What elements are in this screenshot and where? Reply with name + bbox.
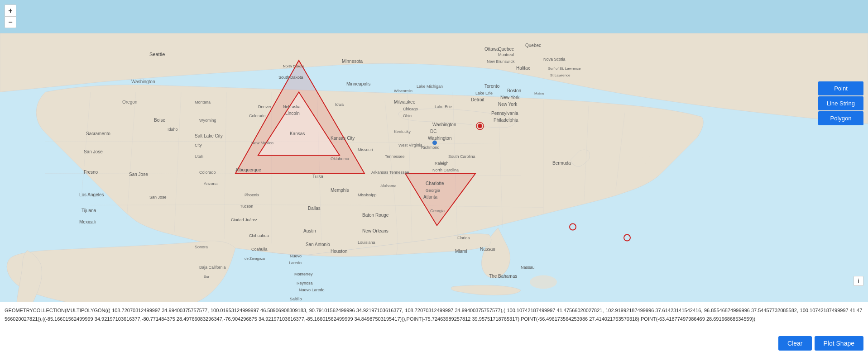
zoom-out-button[interactable]: − (5, 16, 16, 28)
plot-shape-button[interactable]: Plot Shape (815, 336, 864, 351)
svg-text:Tulsa: Tulsa (312, 174, 324, 179)
svg-text:Minnesota: Minnesota (342, 59, 363, 64)
svg-text:Tennessee: Tennessee (389, 170, 409, 175)
svg-text:Wyoming: Wyoming (199, 118, 216, 123)
svg-text:Maine: Maine (534, 91, 544, 95)
bottom-buttons: Clear Plot Shape (778, 336, 863, 351)
svg-text:San Antonio: San Antonio (306, 242, 330, 247)
svg-text:Missouri: Missouri (358, 147, 373, 152)
svg-text:Kansas: Kansas (290, 131, 305, 136)
svg-text:Toronto: Toronto (484, 84, 500, 89)
svg-text:Milwaukee: Milwaukee (394, 100, 416, 104)
svg-text:Colorado: Colorado (199, 170, 216, 175)
svg-text:DC: DC (430, 129, 436, 134)
svg-text:Houston: Houston (331, 249, 347, 254)
svg-text:Fresno: Fresno (84, 170, 98, 175)
svg-text:Louisiana: Louisiana (358, 240, 375, 245)
svg-text:New York: New York (500, 95, 520, 100)
red-point-1 (478, 124, 482, 128)
svg-text:Richmond: Richmond (421, 145, 440, 150)
svg-text:Lincoln: Lincoln (285, 111, 300, 116)
svg-text:Pennsylvania: Pennsylvania (491, 111, 518, 116)
svg-text:Oklahoma: Oklahoma (331, 157, 349, 161)
svg-text:Bermuda: Bermuda (552, 161, 571, 166)
svg-text:Ciudad Juárez: Ciudad Juárez (231, 218, 258, 222)
svg-text:Kentucky: Kentucky (394, 129, 411, 134)
svg-text:New Orleans: New Orleans (362, 228, 388, 233)
right-panel: Point Line String Polygon (818, 81, 863, 125)
svg-text:Oregon: Oregon (122, 100, 137, 104)
svg-text:Chihuahua: Chihuahua (249, 233, 269, 238)
svg-text:Florida: Florida (457, 236, 470, 240)
svg-text:Monterrey: Monterrey (294, 272, 313, 276)
svg-text:Arizona: Arizona (204, 181, 218, 186)
zoom-in-button[interactable]: + (5, 5, 16, 16)
svg-text:Coahuila: Coahuila (251, 247, 268, 252)
svg-text:St Lawrence: St Lawrence (550, 73, 571, 77)
svg-text:Austin: Austin (303, 228, 316, 233)
svg-text:South Carolina: South Carolina (448, 154, 475, 159)
clear-button[interactable]: Clear (778, 336, 811, 351)
svg-text:Arkansas: Arkansas (371, 170, 388, 175)
svg-text:Kansas City: Kansas City (331, 136, 355, 141)
wkt-text: GEOMETRYCOLLECTION(MULTIPOLYGON(((-108.7… (5, 308, 862, 322)
svg-text:City: City (195, 143, 202, 147)
svg-text:Lake Michigan: Lake Michigan (417, 84, 443, 89)
svg-text:South Dakota: South Dakota (278, 75, 303, 80)
zoom-controls: + − (5, 5, 16, 28)
svg-text:Raleigh: Raleigh (435, 161, 449, 166)
svg-text:Ohio: Ohio (403, 114, 412, 118)
svg-text:Lake Erie: Lake Erie (435, 104, 452, 109)
polygon-button[interactable]: Polygon (818, 111, 863, 125)
svg-text:Memphis: Memphis (331, 188, 349, 193)
svg-text:Albuquerque: Albuquerque (235, 167, 261, 172)
svg-text:Georgia: Georgia (426, 188, 440, 193)
svg-text:Sur: Sur (204, 275, 210, 279)
svg-text:Gulf of St. Lawrence: Gulf of St. Lawrence (548, 66, 581, 71)
svg-text:Dallas: Dallas (308, 206, 321, 211)
svg-text:New Mexico: New Mexico (251, 141, 273, 145)
svg-text:Lake Erie: Lake Erie (475, 91, 493, 95)
svg-text:San Jose: San Jose (129, 172, 148, 177)
svg-text:Quebec: Quebec (498, 47, 514, 52)
linestring-button[interactable]: Line String (818, 96, 863, 110)
svg-text:San Jose: San Jose (149, 195, 167, 199)
svg-text:Boston: Boston (507, 88, 521, 93)
svg-text:Tijuana: Tijuana (82, 208, 96, 213)
svg-text:New Brunswick: New Brunswick (487, 59, 515, 64)
svg-text:Sacramento: Sacramento (86, 131, 110, 136)
svg-text:Washington: Washington (428, 136, 451, 141)
svg-text:Los Angeles: Los Angeles (79, 192, 104, 197)
svg-text:Miami: Miami (455, 249, 467, 254)
svg-text:Utah: Utah (195, 154, 203, 159)
svg-text:Sonora: Sonora (195, 245, 208, 249)
info-button[interactable]: i (854, 276, 863, 286)
svg-text:Saltillo: Saltillo (290, 297, 302, 301)
svg-text:Detroit: Detroit (471, 97, 484, 102)
svg-text:Tennessee: Tennessee (385, 154, 405, 159)
svg-text:San Jose: San Jose (84, 149, 103, 154)
svg-text:West Virginia: West Virginia (398, 143, 422, 147)
point-button[interactable]: Point (818, 81, 863, 95)
svg-text:New York: New York (498, 102, 518, 107)
svg-text:Boise: Boise (154, 118, 165, 123)
svg-text:Tucson: Tucson (240, 204, 253, 209)
svg-text:Philadelphia: Philadelphia (494, 118, 518, 123)
svg-text:Nuevo Laredo: Nuevo Laredo (299, 288, 325, 292)
svg-text:Minneapolis: Minneapolis (346, 81, 370, 86)
svg-text:Phoenix: Phoenix (245, 193, 259, 197)
blue-point (432, 141, 437, 145)
svg-text:Georgia: Georgia (430, 209, 445, 213)
svg-text:Baja California: Baja California (199, 265, 226, 270)
svg-text:Quebec: Quebec (525, 43, 541, 48)
svg-text:Mississippi: Mississippi (358, 193, 378, 197)
svg-point-2 (641, 157, 654, 164)
svg-text:Salt Lake City: Salt Lake City (195, 133, 223, 138)
svg-text:Laredo: Laredo (289, 261, 302, 265)
svg-text:Ottawa: Ottawa (484, 47, 499, 52)
svg-text:Washington: Washington (131, 79, 155, 84)
svg-text:Wisconsin: Wisconsin (394, 89, 412, 93)
svg-text:Nova Scotia: Nova Scotia (543, 57, 566, 62)
svg-text:Iowa: Iowa (335, 102, 344, 107)
svg-text:Colorado: Colorado (249, 114, 266, 118)
